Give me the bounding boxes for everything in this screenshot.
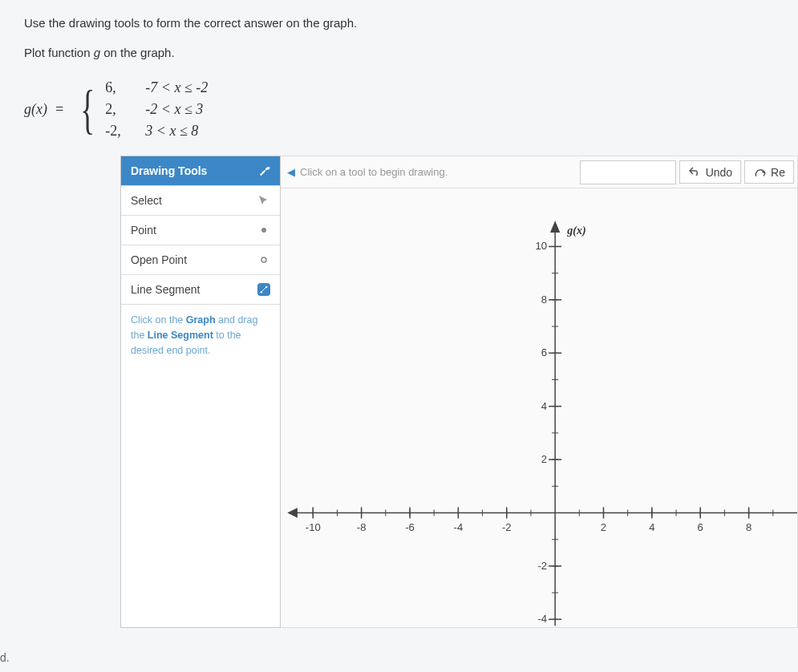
svg-text:8: 8: [541, 293, 547, 306]
graph-area[interactable]: ◀ Click on a tool to begin drawing. Undo…: [281, 156, 798, 628]
cursor-icon: [257, 194, 270, 207]
undo-icon: [688, 165, 701, 179]
coordinate-plane[interactable]: g(x) -10: [281, 188, 797, 627]
piecewise-formula: g(x) = { 6,-7 < x ≤ -2 2,-2 < x ≤ 3 -2,3…: [0, 79, 798, 140]
svg-marker-8: [551, 222, 559, 232]
triangle-left-icon: ◀: [287, 166, 295, 178]
line-segment-icon: [257, 283, 270, 296]
svg-point-0: [261, 228, 266, 233]
redo-button[interactable]: Re: [744, 160, 794, 184]
tool-hint-text: Click on the Graph and drag the Line Seg…: [121, 304, 280, 561]
svg-text:8: 8: [746, 521, 751, 533]
drawing-tools-header: Drawing Tools: [121, 156, 280, 185]
svg-text:6: 6: [698, 521, 703, 533]
redo-icon: [753, 165, 766, 179]
svg-text:-2: -2: [502, 521, 512, 533]
tool-select[interactable]: Select: [121, 185, 280, 215]
svg-text:-2: -2: [537, 560, 547, 572]
footer-label: d.: [0, 651, 10, 664]
svg-text:2: 2: [601, 521, 606, 533]
tool-point[interactable]: Point: [121, 215, 280, 245]
tool-open-point[interactable]: Open Point: [121, 245, 280, 274]
svg-text:-4: -4: [454, 521, 464, 533]
drawing-tools-panel: Drawing Tools Select Point Open Point Li…: [120, 156, 281, 628]
svg-point-4: [265, 286, 268, 289]
open-point-icon: [257, 253, 270, 266]
instruction-text-1: Use the drawing tools to form the correc…: [24, 16, 774, 30]
svg-point-3: [261, 291, 263, 293]
spacer-box: [580, 160, 676, 184]
undo-button[interactable]: Undo: [679, 160, 741, 184]
svg-text:-10: -10: [306, 521, 321, 533]
svg-text:4: 4: [541, 400, 547, 412]
tool-line-segment[interactable]: Line Segment: [121, 274, 280, 304]
axis-label-gx: g(x): [566, 224, 585, 237]
svg-text:-4: -4: [537, 613, 547, 625]
svg-point-1: [261, 257, 266, 262]
point-icon: [257, 224, 270, 237]
svg-text:6: 6: [541, 346, 547, 358]
svg-text:4: 4: [649, 521, 654, 533]
svg-marker-6: [289, 508, 297, 516]
svg-text:10: 10: [536, 240, 548, 252]
svg-text:-6: -6: [405, 521, 415, 533]
svg-line-2: [261, 287, 266, 292]
wrench-icon: [257, 164, 270, 177]
svg-text:2: 2: [541, 453, 547, 465]
instruction-text-2: Plot function g on the graph.: [24, 46, 774, 59]
svg-text:-8: -8: [357, 521, 367, 533]
graph-hint-text: ◀ Click on a tool to begin drawing.: [287, 166, 580, 178]
